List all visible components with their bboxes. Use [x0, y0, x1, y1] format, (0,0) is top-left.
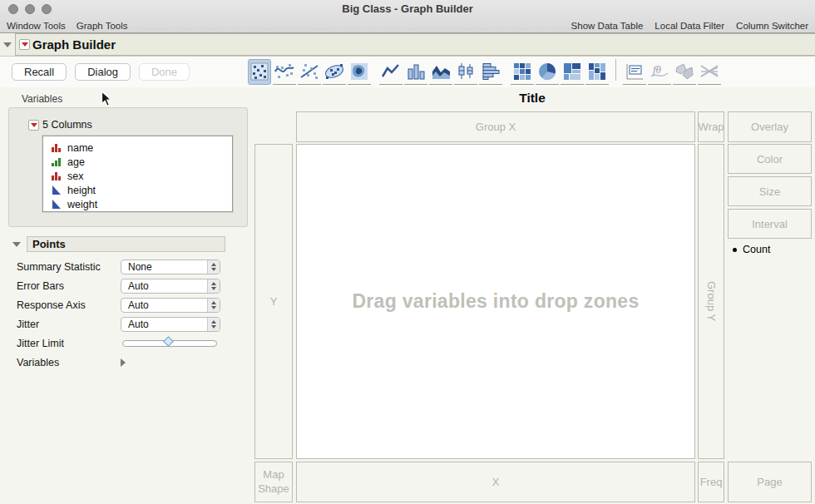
points-section-header[interactable]: Points: [27, 236, 225, 252]
recall-button[interactable]: Recall: [12, 63, 67, 81]
column-item-name[interactable]: name: [43, 141, 232, 155]
response-axis-label: Response Axis: [17, 299, 121, 311]
slider-thumb[interactable]: [163, 336, 174, 347]
dialog-button[interactable]: Dialog: [75, 63, 131, 81]
jitter-select[interactable]: Auto: [121, 317, 220, 332]
drop-zone-interval[interactable]: Interval: [728, 209, 812, 239]
window-title: Big Class - Graph Builder: [0, 2, 815, 15]
graph-title[interactable]: Title: [249, 91, 815, 106]
drop-zone-y[interactable]: Y: [254, 144, 293, 459]
summary-statistic-label: Summary Statistic: [17, 261, 121, 273]
map-shapes-icon[interactable]: [673, 59, 696, 85]
chevron-right-icon[interactable]: [121, 358, 126, 367]
stepper-icon: [207, 318, 220, 331]
control-panel: Variables 5 Columns name age: [0, 87, 249, 504]
column-name-label: name: [67, 142, 93, 154]
response-axis-select[interactable]: Auto: [121, 298, 220, 313]
drop-zone-freq[interactable]: Freq: [698, 462, 724, 502]
menu-column-switcher[interactable]: Column Switcher: [736, 21, 808, 31]
nominal-column-icon: [51, 170, 62, 181]
red-triangle-menu-icon[interactable]: [19, 39, 30, 50]
drop-zone-map-shape[interactable]: Map Shape: [254, 462, 293, 502]
drop-zone-color[interactable]: Color: [728, 144, 812, 174]
bar-chart-icon[interactable]: [404, 59, 427, 85]
titlebar[interactable]: Big Class - Graph Builder: [0, 0, 815, 18]
area-chart-icon[interactable]: [429, 59, 452, 85]
content-area: Variables 5 Columns name age: [0, 87, 815, 504]
column-list: name age sex height: [42, 136, 233, 212]
summary-statistic-select[interactable]: None: [121, 259, 220, 274]
continuous-column-icon: [51, 199, 62, 210]
drop-zone-overlay[interactable]: Overlay: [728, 111, 812, 142]
columns-header: 5 Columns: [42, 119, 92, 131]
smoother-chart-icon[interactable]: [273, 59, 296, 85]
variables-row-label: Variables: [17, 357, 121, 368]
window-menubar: Window Tools Graph Tools Show Data Table…: [0, 18, 815, 32]
count-legend-item: Count: [733, 244, 770, 255]
jitter-limit-slider[interactable]: [122, 340, 217, 347]
done-button[interactable]: Done: [139, 63, 190, 81]
drop-zone-wrap[interactable]: Wrap: [698, 111, 724, 142]
error-bars-label: Error Bars: [17, 280, 121, 292]
variables-panel: 5 Columns name age sex: [8, 107, 248, 227]
drop-zone-size[interactable]: Size: [728, 176, 812, 206]
menu-window-tools[interactable]: Window Tools: [7, 21, 66, 31]
summary-statistic-row: Summary Statistic None: [0, 257, 249, 276]
outline-title-bar: Graph Builder: [15, 33, 815, 56]
menu-show-data-table[interactable]: Show Data Table: [571, 21, 644, 31]
menu-graph-tools[interactable]: Graph Tools: [77, 21, 128, 31]
columns-red-triangle-menu-icon[interactable]: [28, 120, 39, 131]
graph-area: Title Group X Wrap Overlay Color Size In…: [249, 87, 815, 504]
points-chart-icon[interactable]: [248, 59, 271, 85]
pie-chart-icon[interactable]: [536, 59, 559, 85]
variables-panel-label: Variables: [22, 93, 249, 105]
column-name-label: weight: [67, 199, 97, 210]
drop-zone-group-y[interactable]: Group Y: [698, 144, 724, 459]
ellipse-chart-icon[interactable]: [323, 59, 346, 85]
chart-type-palette: fθ: [248, 59, 723, 86]
formula-icon[interactable]: fθ: [648, 59, 671, 85]
heatmap-chart-icon[interactable]: [511, 59, 534, 85]
column-item-age[interactable]: age: [43, 155, 232, 169]
line-of-fit-chart-icon[interactable]: [298, 59, 321, 85]
bullet-icon: [733, 248, 737, 252]
stepper-icon: [207, 260, 220, 274]
jitter-row: Jitter Auto: [0, 314, 249, 334]
parallel-plot-icon[interactable]: [698, 59, 721, 85]
outline-collapse-button[interactable]: [0, 33, 15, 56]
column-name-label: sex: [67, 170, 83, 182]
error-bars-select[interactable]: Auto: [121, 279, 220, 294]
count-label: Count: [743, 244, 770, 255]
menu-local-data-filter[interactable]: Local Data Filter: [654, 21, 724, 31]
drop-zone-group-x[interactable]: Group X: [296, 111, 695, 142]
column-item-sex[interactable]: sex: [43, 169, 232, 183]
column-item-weight[interactable]: weight: [43, 197, 232, 211]
points-options: Summary Statistic None Error Bars Auto R…: [0, 257, 249, 372]
drop-zone-placeholder-text: Drag variables into drop zones: [352, 290, 639, 313]
mosaic-chart-icon[interactable]: [585, 59, 609, 85]
contour-chart-icon[interactable]: [348, 59, 371, 85]
jitter-limit-label: Jitter Limit: [17, 338, 121, 349]
box-plot-chart-icon[interactable]: [454, 59, 477, 85]
column-item-height[interactable]: height: [43, 183, 232, 197]
chevron-down-icon: [3, 42, 12, 47]
plot-canvas[interactable]: Drag variables into drop zones: [296, 144, 695, 459]
variables-row: Variables: [0, 353, 249, 372]
response-axis-row: Response Axis Auto: [0, 295, 249, 314]
jitter-limit-row: Jitter Limit: [0, 334, 249, 353]
outline-header: Graph Builder: [0, 33, 815, 57]
graph-builder-toolbar: Recall Dialog Done: [0, 57, 815, 87]
drop-zone-page[interactable]: Page: [728, 462, 812, 502]
window-chrome: Big Class - Graph Builder Window Tools G…: [0, 0, 815, 33]
page-title: Graph Builder: [32, 37, 116, 52]
drop-zone-x[interactable]: X: [296, 462, 695, 502]
nominal-column-icon: [51, 142, 62, 153]
stepper-icon: [207, 299, 220, 312]
error-bars-row: Error Bars Auto: [0, 276, 249, 295]
caption-box-icon[interactable]: [623, 59, 646, 85]
line-chart-icon[interactable]: [379, 59, 403, 85]
jmp-graph-builder-window: Big Class - Graph Builder Window Tools G…: [0, 0, 815, 504]
points-collapse-icon[interactable]: [12, 242, 21, 247]
histogram-chart-icon[interactable]: [479, 59, 502, 85]
treemap-chart-icon[interactable]: [561, 59, 584, 85]
